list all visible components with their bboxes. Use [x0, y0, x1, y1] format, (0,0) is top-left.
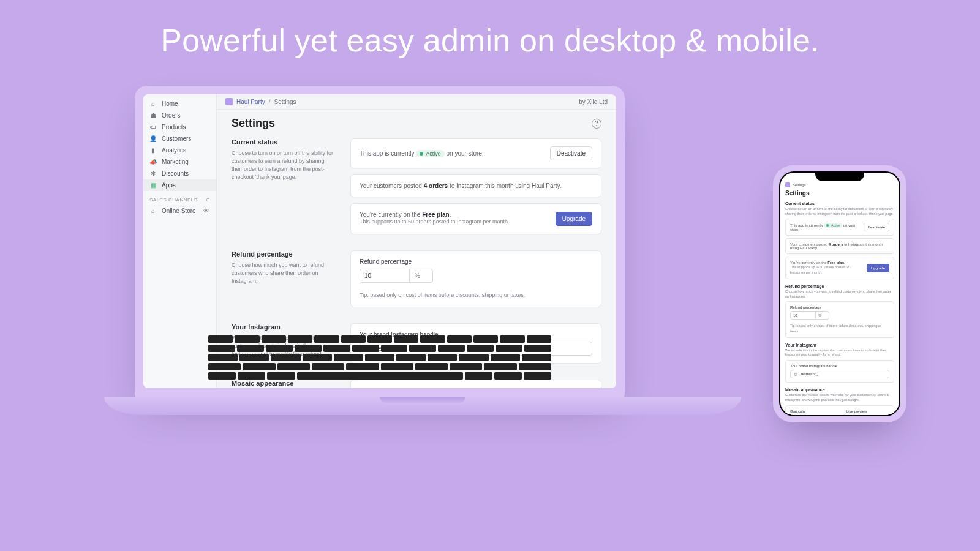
gap-color-swatches[interactable]: [790, 415, 815, 416]
tag-icon: 🏷: [149, 124, 157, 130]
section-help-mosaic: Customize the mosaic picture we make for…: [785, 393, 894, 402]
sidebar-channels-header: SALES CHANNELS⊕: [143, 191, 216, 205]
section-heading-instagram: Your Instagram: [232, 323, 336, 331]
chart-icon: ▮: [149, 147, 157, 154]
bullhorn-icon: 📣: [149, 159, 157, 165]
deactivate-button[interactable]: Deactivate: [550, 146, 592, 160]
refund-tip: Tip: based only on cost of items before …: [360, 291, 592, 300]
section-heading-status: Current status: [232, 138, 336, 146]
status-card: This app is currently Active on your sto…: [785, 219, 894, 236]
app-logo: [785, 182, 790, 187]
sidebar-item-label: Discounts: [162, 170, 189, 177]
sidebar-item-orders[interactable]: ☗Orders: [143, 110, 216, 121]
section-heading-refund: Refund percentage: [785, 284, 894, 288]
section-heading-status: Current status: [785, 201, 894, 206]
phone-mock: Settings Settings Current status Choose …: [773, 165, 907, 422]
home-icon: ⌂: [149, 100, 157, 107]
apps-icon: ▦: [149, 182, 157, 189]
hero-headline: Powerful yet easy admin on desktop & mob…: [0, 22, 980, 59]
sidebar-item-customers[interactable]: 👤Customers: [143, 133, 216, 144]
sidebar-item-home[interactable]: ⌂Home: [143, 98, 216, 110]
instagram-card: Your brand Instagram handle @: [785, 360, 894, 383]
mosaic-card: Gap color Tile background Reset to defau…: [785, 405, 894, 416]
plan-card: You're currently on the Free plan. This …: [785, 257, 894, 279]
mobile-admin-screen: Settings Settings Current status Choose …: [780, 173, 899, 415]
laptop-mock: ⌂Home ☗Orders 🏷Products 👤Customers ▮Anal…: [104, 86, 655, 415]
status-card: This app is currently Active on your sto…: [350, 138, 601, 168]
section-heading-mosaic: Mosaic appearance: [785, 388, 894, 392]
add-channel-icon[interactable]: ⊕: [206, 197, 211, 203]
help-icon[interactable]: ?: [592, 119, 601, 129]
at-icon: @: [365, 345, 371, 352]
breadcrumb-app[interactable]: Haul Party: [236, 99, 265, 105]
usage-card: Your customers posted 4 orders to Instag…: [350, 174, 601, 197]
store-icon: ⌂: [149, 208, 157, 214]
sidebar-item-label: Analytics: [162, 147, 186, 154]
sidebar-item-label: Home: [162, 100, 178, 107]
sidebar-item-label: Orders: [162, 112, 181, 119]
gap-color-label: Gap color: [360, 388, 464, 388]
section-heading-refund: Refund percentage: [232, 250, 336, 258]
breadcrumb-page: Settings: [793, 183, 806, 187]
orders-icon: ☗: [149, 112, 157, 119]
refund-input[interactable]: [791, 312, 815, 319]
section-help-status: Choose to turn on or turn off the abilit…: [232, 149, 336, 181]
user-icon: 👤: [149, 135, 157, 142]
preview-label: Live preview: [482, 388, 592, 388]
refund-input-group: %: [360, 269, 433, 283]
instagram-card: Your brand Instagram handle @: [350, 323, 601, 364]
section-help-refund: Choose how much you want to refund custo…: [785, 290, 894, 299]
status-badge: Active: [416, 150, 445, 157]
refund-card: Refund percentage % Tip: based only on c…: [785, 301, 894, 338]
refund-card: Refund percentage % Tip: based only on c…: [350, 250, 601, 308]
deactivate-button[interactable]: Deactivate: [864, 223, 889, 231]
breadcrumb: Haul Party / Settings by Xiio Ltd: [217, 94, 616, 110]
sidebar-item-label: Marketing: [162, 159, 189, 165]
usage-card: Your customers posted 4 orders to Instag…: [785, 238, 894, 254]
section-heading-instagram: Your Instagram: [785, 343, 894, 347]
mosaic-preview: [846, 415, 889, 416]
mosaic-card: Gap color Tile background Reset to defau…: [350, 380, 601, 388]
instagram-input[interactable]: [375, 345, 587, 352]
sidebar-item-marketing[interactable]: 📣Marketing: [143, 156, 216, 168]
instagram-input[interactable]: [801, 372, 886, 376]
section-help-instagram: We include this in the caption that cust…: [785, 348, 894, 358]
sidebar-item-label: Online Store: [162, 208, 196, 214]
instagram-label: Your brand Instagram handle: [360, 331, 592, 338]
desktop-admin-screen: ⌂Home ☗Orders 🏷Products 👤Customers ▮Anal…: [143, 94, 616, 388]
discount-icon: ✱: [149, 170, 157, 177]
upgrade-button[interactable]: Upgrade: [867, 264, 889, 272]
sidebar-item-label: Products: [162, 124, 186, 130]
plan-card: You're currently on the Free plan. This …: [350, 203, 601, 234]
breadcrumb: Settings: [785, 182, 894, 187]
sidebar-item-online-store[interactable]: ⌂Online Store👁: [143, 205, 216, 217]
sidebar-item-analytics[interactable]: ▮Analytics: [143, 144, 216, 156]
sidebar-item-products[interactable]: 🏷Products: [143, 121, 216, 133]
section-help-instagram: We include this in the caption that cust…: [232, 334, 336, 358]
status-badge: Active: [824, 223, 842, 228]
breadcrumb-attribution: by Xiio Ltd: [579, 99, 608, 105]
section-heading-mosaic: Mosaic appearance: [232, 380, 336, 387]
upgrade-button[interactable]: Upgrade: [556, 212, 592, 226]
eye-icon[interactable]: 👁: [203, 208, 210, 214]
breadcrumb-page: Settings: [274, 99, 296, 105]
sidebar-item-label: Customers: [162, 135, 191, 142]
page-title: Settings: [785, 190, 894, 197]
sidebar-item-discounts[interactable]: ✱Discounts: [143, 168, 216, 179]
refund-suffix: %: [409, 269, 425, 282]
refund-label: Refund percentage: [360, 258, 592, 265]
section-help-refund: Choose how much you want to refund custo…: [232, 261, 336, 285]
sidebar-item-apps[interactable]: ▦Apps: [143, 179, 216, 191]
app-logo: [225, 98, 233, 105]
sidebar-item-label: Apps: [162, 182, 176, 189]
refund-input[interactable]: [360, 269, 409, 282]
page-title: Settings: [232, 117, 275, 130]
admin-sidebar: ⌂Home ☗Orders 🏷Products 👤Customers ▮Anal…: [143, 94, 217, 388]
section-help-status: Choose to turn on or turn off the abilit…: [785, 207, 894, 216]
